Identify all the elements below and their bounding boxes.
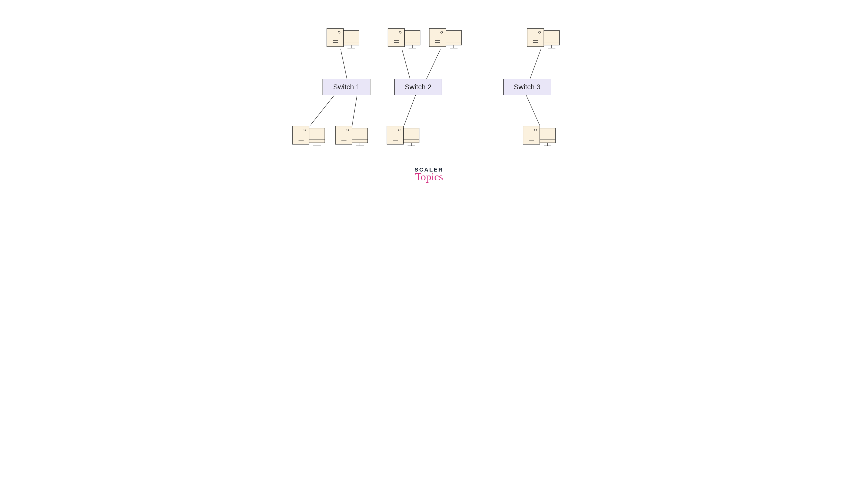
switch-3: Switch 3 — [504, 79, 551, 95]
brand-logo: SCALER Topics — [415, 166, 443, 182]
switch-2: Switch 2 — [394, 79, 442, 95]
switch-label: Switch 3 — [514, 83, 541, 91]
connection-wire — [341, 49, 347, 79]
computer-icon — [527, 29, 559, 48]
connection-wire — [404, 95, 416, 126]
connection-wire — [352, 95, 357, 126]
switch-label: Switch 1 — [333, 83, 360, 91]
connection-wire — [402, 49, 410, 79]
connection-wire — [427, 49, 440, 79]
computer-icon — [523, 126, 555, 146]
computer-icon — [429, 29, 462, 48]
connection-wire — [526, 95, 540, 126]
computer-icon — [335, 126, 368, 146]
connection-wire — [309, 95, 334, 126]
switch-1: Switch 1 — [323, 79, 370, 95]
brand-line2: Topics — [415, 172, 443, 182]
computer-icon — [388, 29, 420, 48]
connection-wire — [530, 49, 541, 79]
switch-label: Switch 2 — [405, 83, 431, 91]
computer-icon — [327, 29, 359, 48]
switches-layer: Switch 1Switch 2Switch 3 — [323, 79, 551, 95]
diagram-canvas: Switch 1Switch 2Switch 3 SCALER Topics — [246, 0, 612, 206]
computer-icon — [292, 126, 325, 146]
computer-icon — [387, 126, 419, 146]
